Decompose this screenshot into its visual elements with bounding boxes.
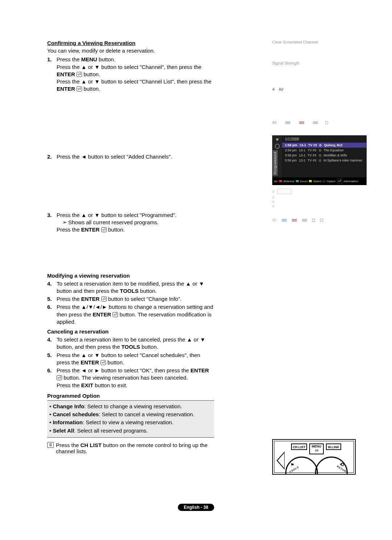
- color-swatch-icon: [292, 219, 297, 222]
- intro-text: You can view, modify or delete a reserva…: [47, 47, 214, 54]
- color-swatch-icon: [285, 121, 290, 124]
- enter-icon: ⏎: [57, 375, 62, 380]
- tools-icon: ⚑: [290, 462, 294, 467]
- step-3: 3. Press the ▲ or ▼ button to select "Pr…: [47, 212, 214, 234]
- color-swatch-icon: [282, 219, 287, 222]
- enter-icon: ⏎: [77, 86, 82, 91]
- can-step-4: 4. To select a reservation item to be ca…: [47, 336, 214, 351]
- enter-icon: ⏎: [113, 312, 118, 317]
- opt-select-all: Selet All: Select all reserved programs.: [49, 427, 212, 434]
- remote-wlink-button: W.LINK: [326, 443, 341, 450]
- enter-key: ENTER: [57, 86, 75, 92]
- programmed-row: 3:59 pm13-1TV #3⊙McMillan & Wife: [282, 153, 366, 158]
- programmed-row-selected: 1:59 pm13-1TV #3⊙Quincy, M.E: [282, 143, 366, 148]
- chlist-key: CH LIST: [81, 442, 102, 448]
- tools-key: TOOLS: [121, 344, 140, 350]
- channel-list-header: 4 Air: [272, 87, 356, 91]
- title-modifying: Modifying a viewing reservation: [47, 273, 214, 279]
- title-programmed-option: Programmed Option: [47, 393, 214, 399]
- opt-cancel-schedules: Cancel schedules: Select to cancel a vie…: [49, 411, 212, 418]
- color-swatch-icon: [302, 219, 307, 222]
- mod-step-6: 6. Press the ▲/▼/◄/► buttons to change a…: [47, 303, 214, 326]
- option-icon: [325, 121, 328, 124]
- color-swatch-icon: [313, 121, 318, 124]
- step-1: 1. Press the MENU button. Press the ▲ or…: [47, 56, 214, 93]
- enter-icon: ⏎: [77, 72, 82, 77]
- programmed-footer: AirAntennaZoomSelect ☐Option ⏎Informatio…: [273, 177, 366, 185]
- option-icon: [320, 219, 323, 222]
- title-canceling: Canceling a reservation: [47, 328, 214, 335]
- programmed-row: 5:59 pm13-1TV #3⊙M Spillane's mike Hamme…: [282, 158, 366, 163]
- enter-icon: ⏎: [101, 360, 106, 365]
- step-3-num: 3.: [47, 212, 57, 234]
- exit-key: EXIT: [81, 382, 93, 388]
- main-instructions: Confirming a Viewing Reservation You can…: [47, 40, 214, 454]
- programmed-panel: ♥ Programmed 1/1/2008 1:59 pm13-1TV #3⊙Q…: [272, 135, 367, 185]
- enter-key: ENTER: [93, 311, 111, 318]
- menu-clear-scrambled: Clear Scrambled Channel: [272, 40, 356, 44]
- opt-change-info: Change Info: Select to change a viewing …: [49, 403, 212, 410]
- remote-menu-button: MENU▭: [309, 443, 324, 454]
- step-2-num: 2.: [47, 153, 57, 160]
- enter-icon: ⏎: [101, 227, 107, 232]
- enter-icon: ⏎: [101, 296, 107, 302]
- can-step-6: 6. Press the ◄ or ► button to select "OK…: [47, 367, 214, 389]
- tools-menu-preview: Air: [272, 189, 356, 222]
- mod-step-5: 5. Press the ENTER ⏎ button to select "C…: [47, 295, 214, 303]
- heart-icon: ♥: [273, 136, 282, 143]
- page-footer: English - 38: [0, 504, 392, 511]
- mod-step-4: 4. To select a reservation item to be mo…: [47, 280, 214, 295]
- left-arrow-icon: [277, 451, 285, 470]
- enter-key: ENTER: [81, 226, 100, 233]
- opt-information: Information: Select to view a viewing re…: [49, 419, 212, 426]
- menu-signal-strength: Signal Strength: [272, 61, 356, 65]
- record-icon: [275, 144, 280, 149]
- chlist-note: ☰ Press the CH LIST button on the remote…: [47, 442, 214, 454]
- programmed-option-box: Change Info: Select to change a viewing …: [47, 400, 214, 438]
- remote-ch-list-button: CH LIST: [291, 443, 307, 450]
- title-confirming: Confirming a Viewing Reservation: [47, 40, 214, 46]
- remote-button-icon: ☰: [47, 442, 54, 448]
- enter-key: ENTER: [81, 296, 100, 302]
- step-2: 2. Press the ◄ button to select "Added C…: [47, 153, 214, 160]
- menu-key: MENU: [81, 56, 97, 62]
- step-3-sub: Shows all current reserved programs.: [68, 219, 159, 226]
- remote-diagram: CH LIST MENU▭ W.LINK ⚑ TOOLS ⟲ RETURN: [272, 439, 356, 475]
- channel-list-legend: Air: [272, 120, 356, 124]
- page-number-pill: English - 38: [178, 504, 214, 511]
- tools-key: TOOLS: [120, 288, 138, 294]
- enter-key: ENTER: [81, 359, 99, 365]
- option-icon: [312, 219, 315, 222]
- enter-key: ENTER: [191, 367, 209, 373]
- programmed-date: 1/1/2008: [282, 136, 366, 143]
- can-step-5: 5. Press the ▲ or ▼ button to select "Ca…: [47, 352, 214, 367]
- programmed-row: 2:59 pm13-1TV #3⊙The Equalizer: [282, 148, 366, 153]
- enter-key: ENTER: [57, 71, 75, 77]
- step-1-num: 1.: [47, 56, 57, 93]
- programmed-tab: Programmed: [273, 150, 278, 176]
- color-swatch-icon: [299, 121, 304, 124]
- screenshot-sidebar: Clear Scrambled Channel Signal Strength …: [272, 40, 356, 222]
